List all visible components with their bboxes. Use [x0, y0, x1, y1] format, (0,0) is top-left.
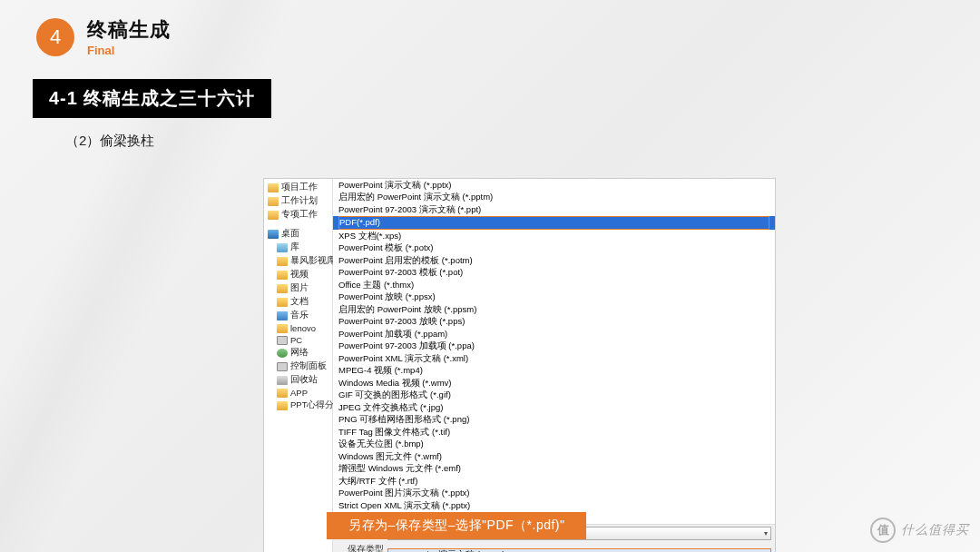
subsection-label: （2）偷梁换柱 — [65, 133, 980, 150]
file-type-option[interactable]: JPEG 文件交换格式 (*.jpg) — [333, 401, 775, 414]
file-type-list[interactable]: PowerPoint 演示文稿 (*.pptx)启用宏的 PowerPoint … — [333, 179, 775, 524]
folder-icon — [268, 211, 279, 220]
watermark-icon: 值 — [870, 518, 896, 543]
tree-folder[interactable]: 项目工作 — [264, 181, 332, 194]
tree-recycle[interactable]: 回收站 — [264, 373, 332, 387]
file-type-option[interactable]: Windows 图元文件 (*.wmf) — [333, 450, 775, 463]
file-type-option[interactable]: 大纲/RTF 文件 (*.rtf) — [333, 475, 775, 488]
file-type-option[interactable]: PowerPoint 97-2003 模板 (*.pot) — [333, 267, 775, 280]
tree-libraries[interactable]: 库 — [264, 241, 332, 254]
file-type-option[interactable]: PowerPoint XML 演示文稿 (*.xml) — [333, 352, 775, 365]
save-type-label: 保存类型(T): — [337, 544, 384, 552]
tree-folder[interactable]: 专项工作 — [264, 208, 332, 222]
file-type-option[interactable]: TIFF Tag 图像文件格式 (*.tif) — [333, 426, 775, 439]
desktop-icon — [268, 230, 279, 239]
folder-icon — [277, 324, 288, 333]
tree-folder[interactable]: 工作计划 — [264, 194, 332, 208]
section-number-badge: 4 — [36, 18, 74, 56]
tree-item[interactable]: 图片 — [264, 281, 332, 295]
folder-tree[interactable]: 项目工作 工作计划 专项工作 桌面 库 暴风影视库 视频 图片 文档 音乐 le… — [264, 179, 333, 552]
network-icon — [277, 349, 288, 358]
watermark: 值 什么值得买 — [870, 518, 969, 543]
watermark-text: 什么值得买 — [901, 522, 969, 538]
tree-item[interactable]: APP — [264, 387, 332, 399]
folder-icon — [277, 271, 288, 280]
section-title-bar: 4-1 终稿生成之三十六计 — [33, 79, 271, 118]
tree-pc[interactable]: PC — [264, 334, 332, 346]
folder-icon — [268, 197, 279, 206]
header-title: 终稿生成 — [87, 16, 171, 44]
header-text: 终稿生成 Final — [87, 16, 171, 57]
file-type-option[interactable]: PowerPoint 97-2003 演示文稿 (*.ppt) — [333, 203, 775, 216]
save-type-combo[interactable]: PowerPoint 演示文稿 (*.pptx) — [387, 548, 771, 553]
control-panel-icon — [277, 362, 288, 371]
file-type-option[interactable]: PowerPoint 放映 (*.ppsx) — [333, 291, 775, 304]
save-type-row: 保存类型(T): PowerPoint 演示文稿 (*.pptx) — [333, 542, 775, 552]
file-type-option[interactable]: Office 主题 (*.thmx) — [333, 279, 775, 291]
tree-item[interactable]: 视频 — [264, 268, 332, 281]
file-type-option[interactable]: PNG 可移植网络图形格式 (*.png) — [333, 414, 775, 427]
file-type-option[interactable]: Windows Media 视频 (*.wmv) — [333, 377, 775, 389]
folder-icon — [277, 389, 288, 398]
save-as-dialog: 项目工作 工作计划 专项工作 桌面 库 暴风影视库 视频 图片 文档 音乐 le… — [263, 178, 776, 552]
music-icon — [277, 311, 288, 320]
file-type-pane: PowerPoint 演示文稿 (*.pptx)启用宏的 PowerPoint … — [333, 179, 775, 552]
library-icon — [277, 243, 288, 252]
tree-network[interactable]: 网络 — [264, 346, 332, 360]
slide-header: 4 终稿生成 Final — [0, 0, 980, 57]
file-type-option[interactable]: 设备无关位图 (*.bmp) — [333, 439, 775, 451]
instruction-banner: 另存为–保存类型–选择"PDF（*.pdf)" — [327, 512, 586, 539]
file-type-option[interactable]: Strict Open XML 演示文稿 (*.pptx) — [333, 499, 775, 512]
file-type-option[interactable]: PowerPoint 演示文稿 (*.pptx) — [333, 179, 775, 192]
tree-desktop[interactable]: 桌面 — [264, 227, 332, 241]
tree-item[interactable]: 文档 — [264, 295, 332, 309]
tree-item[interactable]: lenovo — [264, 322, 332, 334]
file-type-option[interactable]: 增强型 Windows 元文件 (*.emf) — [333, 463, 775, 476]
file-type-option[interactable]: PowerPoint 图片演示文稿 (*.pptx) — [333, 488, 775, 500]
recycle-icon — [277, 376, 288, 385]
tree-item[interactable]: PPT心得分享 — [264, 399, 332, 412]
file-type-option[interactable]: PowerPoint 97-2003 加载项 (*.ppa) — [333, 340, 775, 353]
file-type-option[interactable]: PowerPoint 启用宏的模板 (*.potm) — [333, 254, 775, 267]
file-type-option[interactable]: PDF(*.pdf) — [333, 216, 775, 231]
file-type-option[interactable]: XPS 文档(*.xps) — [333, 230, 775, 242]
file-type-option[interactable]: GIF 可交换的图形格式 (*.gif) — [333, 389, 775, 402]
tree-item[interactable]: 暴风影视库 — [264, 254, 332, 268]
pc-icon — [277, 336, 288, 345]
folder-icon — [277, 284, 288, 293]
folder-icon — [268, 183, 279, 192]
file-type-option[interactable]: PowerPoint 模板 (*.potx) — [333, 242, 775, 255]
file-type-option[interactable]: 启用宏的 PowerPoint 放映 (*.ppsm) — [333, 303, 775, 316]
tree-item[interactable]: 音乐 — [264, 309, 332, 322]
file-type-option[interactable]: PowerPoint 97-2003 放映 (*.pps) — [333, 316, 775, 329]
file-type-option[interactable]: MPEG-4 视频 (*.mp4) — [333, 365, 775, 378]
folder-icon — [277, 298, 288, 307]
header-subtitle: Final — [87, 44, 171, 57]
tree-control-panel[interactable]: 控制面板 — [264, 360, 332, 373]
file-type-option[interactable]: 启用宏的 PowerPoint 演示文稿 (*.pptm) — [333, 192, 775, 204]
file-type-option[interactable]: PowerPoint 加载项 (*.ppam) — [333, 328, 775, 340]
folder-icon — [277, 401, 288, 410]
folder-icon — [277, 257, 288, 266]
